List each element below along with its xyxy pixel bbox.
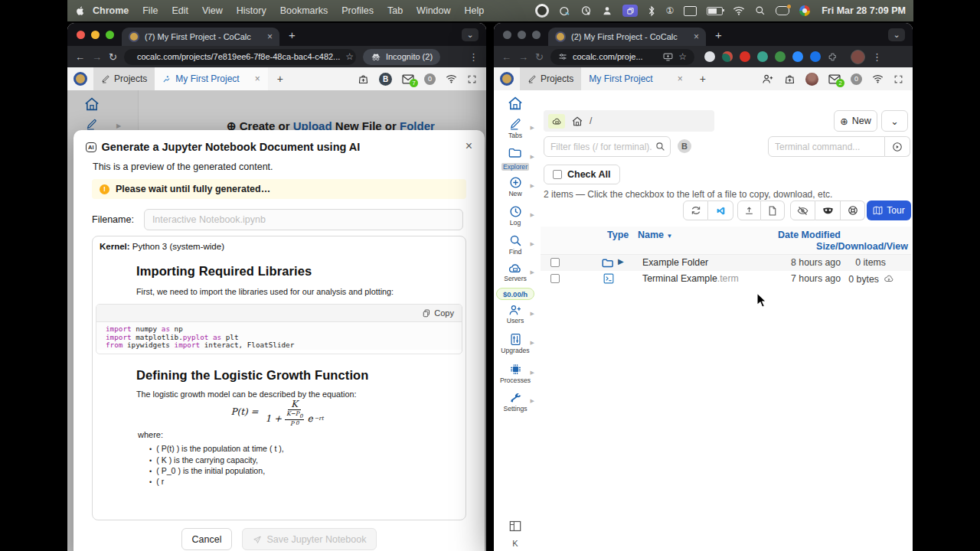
notifications-badge[interactable]: 0 <box>851 73 862 85</box>
sidebar-item-users[interactable]: Users▶ <box>494 304 537 324</box>
pen-icon[interactable] <box>559 5 570 17</box>
connection-wifi-icon[interactable] <box>872 74 884 83</box>
projects-button[interactable]: Projects <box>93 67 155 90</box>
table-row[interactable]: ▶ Example Folder 8 hours ago 0 items <box>541 255 911 271</box>
reload-button[interactable]: ↻ <box>109 51 117 63</box>
sidebar-item-find[interactable]: Find▶ <box>494 234 537 256</box>
compute-server-icon[interactable] <box>548 114 565 129</box>
save-notebook-button[interactable]: Save Jupyter Notebook <box>242 528 377 550</box>
modal-close-icon[interactable]: × <box>466 139 472 153</box>
menu-tab[interactable]: Tab <box>381 5 410 16</box>
layout-panel-icon[interactable] <box>509 520 521 532</box>
account-avatar[interactable]: B <box>379 73 392 86</box>
messages-icon[interactable]: 2 <box>828 74 841 84</box>
menu-view[interactable]: View <box>195 5 230 16</box>
briefcase-add-icon[interactable] <box>784 73 795 85</box>
record-icon[interactable] <box>535 4 549 18</box>
forward-button[interactable]: → <box>518 51 528 63</box>
sidebar-item-new[interactable]: New▶ <box>494 176 537 197</box>
new-file-button[interactable]: ⊕ New <box>834 110 877 132</box>
menu-file[interactable]: File <box>136 5 165 16</box>
browser-tab[interactable]: (7) My First Project - CoCalc × <box>122 28 279 46</box>
zoom-window-button[interactable] <box>106 31 114 39</box>
create-file-button[interactable] <box>761 201 785 220</box>
sidebar-item-processes[interactable]: Processes▶ <box>494 363 537 384</box>
sidebar-item-tabs[interactable]: Tabs▶ <box>494 118 537 139</box>
back-button[interactable]: ← <box>501 51 511 63</box>
messages-icon[interactable]: 7 <box>402 74 414 84</box>
battery-icon[interactable] <box>707 7 723 15</box>
browser-tab[interactable]: (2) My First Project - CoCalc × <box>548 28 706 46</box>
user-icon[interactable] <box>602 5 612 16</box>
table-row[interactable]: Terminal Example.term 7 hours ago 0 byte… <box>541 271 911 287</box>
new-file-dropdown-button[interactable]: ⌄ <box>881 110 908 132</box>
pdf-extension-icon[interactable] <box>740 51 750 62</box>
col-type[interactable]: Type <box>607 230 629 240</box>
download-icon[interactable] <box>884 274 894 283</box>
menu-window[interactable]: Window <box>410 5 457 16</box>
apple-icon[interactable] <box>75 5 86 17</box>
row-checkbox[interactable] <box>550 258 560 267</box>
close-window-button[interactable] <box>77 31 85 39</box>
home-breadcrumb-icon[interactable] <box>572 116 583 126</box>
col-date-modified[interactable]: Date Modified <box>778 230 841 240</box>
forward-button[interactable]: → <box>92 51 102 63</box>
vscode-button[interactable] <box>708 201 733 220</box>
address-bar[interactable]: cocalc.com/projects/7e819ee6-7f8e-48ca-b… <box>124 49 356 65</box>
fullscreen-icon[interactable] <box>893 74 903 84</box>
fullscreen-icon[interactable] <box>467 74 477 84</box>
hidden-files-button[interactable] <box>790 201 815 220</box>
account-avatar[interactable] <box>805 73 818 86</box>
briefcase-add-icon[interactable] <box>358 73 369 85</box>
sidebar-item-log[interactable]: Log▶ <box>494 205 537 227</box>
refresh-listing-button[interactable] <box>683 201 708 220</box>
menu-edit[interactable]: Edit <box>165 5 195 16</box>
bookmark-star-icon[interactable]: ☆ <box>678 51 687 62</box>
upload-button[interactable] <box>737 201 761 220</box>
spotlight-search-icon[interactable] <box>755 5 766 16</box>
extensions-puzzle-icon[interactable] <box>828 52 838 62</box>
close-tab-icon[interactable]: × <box>267 32 273 41</box>
address-bar[interactable]: cocalc.com/proje... ☆ <box>550 49 694 65</box>
close-project-icon[interactable]: × <box>678 73 683 84</box>
backups-button[interactable] <box>841 201 865 220</box>
projects-button[interactable]: Projects <box>520 67 581 90</box>
sidebar-item-servers[interactable]: Servers▶ <box>494 262 537 282</box>
minimize-window-button[interactable] <box>91 31 100 39</box>
close-project-icon[interactable]: × <box>255 73 260 84</box>
minimize-window-button[interactable] <box>518 31 526 39</box>
close-window-button[interactable] <box>503 31 511 39</box>
file-name[interactable]: Terminal Example.term <box>642 273 739 284</box>
zoom-extension-icon[interactable] <box>792 51 803 62</box>
col-size[interactable]: Size/Download/View <box>816 241 908 252</box>
add-user-icon[interactable] <box>762 73 774 84</box>
check-all-checkbox[interactable] <box>553 170 562 179</box>
menu-profiles[interactable]: Profiles <box>335 5 381 16</box>
extension-icon[interactable] <box>810 51 821 62</box>
masked-files-button[interactable] <box>815 201 841 220</box>
tab-search-chevron-icon[interactable]: ⌄ <box>462 28 479 41</box>
back-button[interactable]: ← <box>75 51 85 63</box>
menu-history[interactable]: History <box>230 5 273 16</box>
add-project-tab-icon[interactable]: + <box>268 73 292 85</box>
new-tab-button[interactable]: + <box>706 28 731 41</box>
bluetooth-icon[interactable] <box>648 5 655 17</box>
row-checkbox[interactable] <box>550 274 560 283</box>
project-cost-badge[interactable]: $0.00/h <box>496 288 534 300</box>
sidebar-item-upgrades[interactable]: Upgrades▶ <box>494 333 537 354</box>
cocalc-logo[interactable] <box>74 72 87 86</box>
control-center-icon[interactable] <box>776 6 789 15</box>
reload-button[interactable]: ↻ <box>535 51 544 63</box>
cancel-button[interactable]: Cancel <box>181 528 233 550</box>
add-project-tab-icon[interactable]: + <box>691 73 715 85</box>
col-name[interactable]: Name ▼ <box>638 230 672 240</box>
clock-extension-icon[interactable] <box>704 51 715 62</box>
project-tab[interactable]: My First Project × <box>581 67 690 90</box>
extension-icon[interactable] <box>775 51 786 62</box>
run-terminal-button[interactable] <box>885 136 910 157</box>
menu-bookmarks[interactable]: Bookmarks <box>273 5 335 16</box>
connection-wifi-icon[interactable] <box>446 74 457 83</box>
shortcut-icon[interactable]: ① <box>665 5 674 16</box>
bookmark-star-icon[interactable]: ☆ <box>345 51 354 62</box>
home-icon[interactable] <box>508 96 523 110</box>
